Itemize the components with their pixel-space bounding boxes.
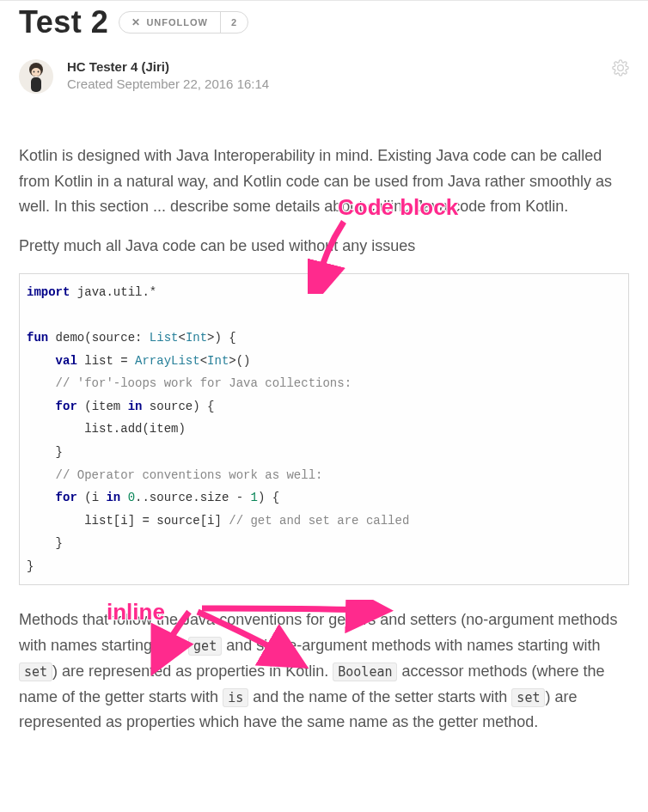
text-run: and single-argument methods with names s… — [222, 637, 600, 654]
avatar-icon — [24, 61, 48, 92]
code-token: // get and set are called — [229, 514, 409, 528]
code-token: ArrayList — [135, 354, 200, 368]
code-token: // 'for'-loops work for Java collections… — [56, 376, 352, 390]
code-token: ) { — [215, 331, 236, 345]
code-token: // Operator conventions work as well: — [56, 468, 323, 482]
inline-code-boolean: Boolean — [333, 662, 397, 681]
paragraph-1: Kotlin is designed with Java Interoperab… — [19, 143, 629, 220]
code-token: source) { — [142, 400, 214, 413]
code-token: for — [56, 491, 77, 504]
code-token: ) { — [258, 491, 279, 504]
follower-count: 2 — [220, 12, 248, 33]
text-run: ) are represented as properties in Kotli… — [52, 662, 333, 680]
code-token: demo — [48, 331, 84, 345]
paragraph-2: Pretty much all Java code can be used wi… — [19, 234, 629, 259]
code-token: (item — [77, 400, 128, 413]
author-name[interactable]: HC Tester 4 (Jiri) — [67, 59, 269, 74]
code-token: 1 — [250, 491, 257, 504]
inline-code-get: get — [188, 637, 222, 656]
code-token: Int — [207, 354, 229, 368]
article-body: Kotlin is designed with Java Interoperab… — [19, 143, 629, 736]
code-token: > — [229, 354, 235, 368]
text-run: and the name of the setter starts with — [248, 688, 511, 705]
code-token: < — [178, 331, 185, 345]
code-token: import — [27, 285, 70, 299]
code-block: import java.util.* fun demo(source: List… — [19, 273, 629, 586]
code-token: Int — [186, 331, 207, 345]
gear-icon — [612, 59, 629, 76]
svg-point-1 — [32, 68, 41, 76]
inline-code-is: is — [223, 688, 248, 707]
code-token — [120, 491, 127, 504]
code-token: java.util.* — [70, 285, 156, 299]
code-token: for — [56, 400, 77, 413]
unfollow-button[interactable]: ✕ UNFOLLOW — [119, 12, 220, 33]
code-token: list.add(item) — [84, 422, 186, 436]
svg-point-3 — [38, 71, 40, 73]
code-token: in — [106, 491, 120, 504]
code-token: 0 — [128, 491, 135, 504]
code-token: in — [128, 400, 143, 413]
follow-pill: ✕ UNFOLLOW 2 — [119, 11, 248, 34]
code-token: } — [56, 445, 63, 459]
code-token: List — [150, 331, 179, 345]
svg-point-2 — [34, 71, 35, 73]
inline-code-set: set — [19, 662, 52, 681]
close-icon: ✕ — [131, 17, 141, 27]
code-token: list[i] = source[i] — [84, 514, 229, 528]
unfollow-label: UNFOLLOW — [146, 17, 208, 27]
code-token: () — [236, 354, 251, 368]
code-token: ..source.size - — [135, 491, 250, 504]
code-token: } — [56, 536, 63, 550]
avatar[interactable] — [19, 59, 53, 94]
code-token: > — [207, 331, 214, 345]
code-token: fun — [27, 331, 48, 345]
code-token: } — [27, 559, 34, 573]
settings-button[interactable] — [612, 59, 629, 80]
code-token: < — [200, 354, 207, 368]
paragraph-3: Methods that follow the Java conventions… — [19, 607, 629, 735]
created-timestamp: Created September 22, 2016 16:14 — [67, 76, 269, 91]
inline-code-set2: set — [511, 688, 545, 707]
code-token: (i — [77, 491, 107, 504]
code-token: list = — [77, 354, 135, 368]
page-title: Test 2 — [19, 4, 108, 40]
code-token: val — [56, 354, 77, 368]
code-token: (source: — [84, 331, 150, 345]
svg-rect-4 — [31, 77, 41, 92]
